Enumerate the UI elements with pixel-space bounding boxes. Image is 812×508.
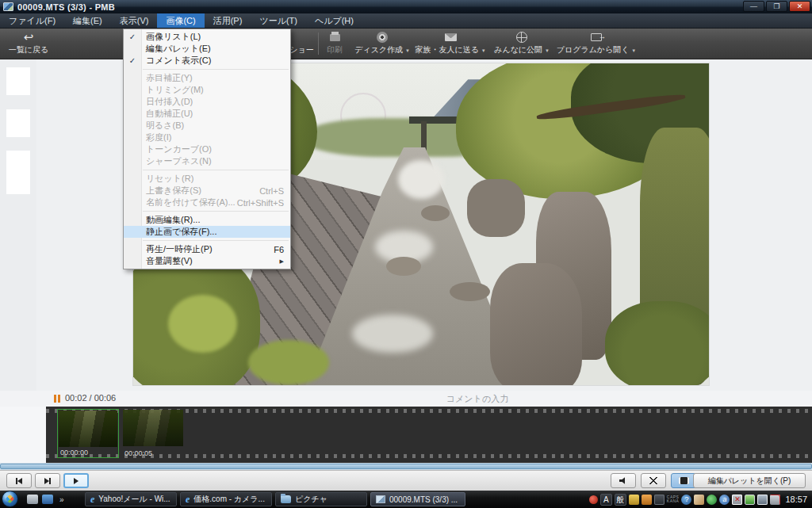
- disconnected-tray-icon[interactable]: ✕: [732, 495, 742, 505]
- previous-frame-button[interactable]: [6, 473, 32, 488]
- image-list-thumbnail[interactable]: [6, 151, 30, 194]
- close-button[interactable]: ✕: [789, 1, 810, 12]
- menu-view[interactable]: 表示(V): [111, 13, 158, 28]
- timeline-clip-2[interactable]: 00:00:05: [122, 409, 184, 458]
- dropdown-caret-icon: ▼: [481, 48, 486, 53]
- menu-tools[interactable]: ツール(T): [251, 13, 306, 28]
- prev-frame-icon: [17, 478, 22, 484]
- taskbar-button-yahoo-mail[interactable]: e Yahoo!メール - Wi...: [85, 492, 177, 506]
- publish-button[interactable]: みんなに公開 ▼: [488, 30, 555, 58]
- menu-shortcut: Ctrl+Shift+S: [237, 198, 284, 208]
- speaker-icon: [619, 477, 627, 485]
- network-status-tray-icon[interactable]: [707, 495, 717, 505]
- print-button[interactable]: 印刷: [322, 30, 347, 58]
- clip-timecode: 00:00:00: [60, 449, 88, 456]
- taskbar-button-pmb[interactable]: 00009.MTS (3/3) ...: [370, 492, 465, 506]
- menu-item-comment-display[interactable]: ✓ コメント表示(C): [124, 55, 290, 67]
- menu-item-trimming: トリミング(M): [124, 84, 290, 96]
- playback-controlbar: i 編集パレットを開く(P): [0, 470, 812, 491]
- menu-item-play-pause[interactable]: 再生/一時停止(P) F6: [124, 243, 290, 255]
- menu-item-overwrite-save: 上書き保存(S) Ctrl+S: [124, 185, 290, 197]
- checkmark-icon: ✓: [124, 56, 141, 65]
- photo-shelter-post: [421, 121, 427, 151]
- comment-input[interactable]: コメントの入力: [143, 393, 812, 405]
- menu-separator: [143, 240, 289, 241]
- clip-thumbnail: [123, 410, 183, 446]
- scrollbar-thumb[interactable]: [0, 464, 812, 469]
- menu-help[interactable]: ヘルプ(H): [306, 13, 362, 28]
- image-list-rail: [0, 59, 36, 391]
- help-tray-icon[interactable]: ?: [681, 495, 691, 505]
- minimize-button[interactable]: —: [743, 1, 764, 12]
- back-to-list-button[interactable]: ↩ 一覧に戻る: [3, 30, 54, 58]
- timeline-scrollbar[interactable]: [0, 463, 812, 470]
- photo-tray-icon[interactable]: [694, 495, 704, 505]
- ime-conversion-mode[interactable]: 般: [615, 494, 626, 506]
- menu-edit[interactable]: 編集(E): [64, 13, 111, 28]
- restore-button[interactable]: ❐: [766, 1, 787, 12]
- taskbar-button-pictures[interactable]: ピクチャ: [275, 492, 367, 506]
- pause-indicator-icon: [54, 395, 60, 403]
- titlebar: 00009.MTS (3/3) - PMB — ❐ ✕: [0, 0, 812, 13]
- back-arrow-icon: ↩: [24, 30, 34, 44]
- menu-separator: [143, 170, 289, 170]
- start-button[interactable]: [2, 491, 18, 507]
- ime-pad-icon[interactable]: [654, 495, 665, 505]
- ime-input-mode[interactable]: A: [600, 494, 612, 506]
- alert-tray-icon[interactable]: [589, 495, 598, 504]
- menu-item-tone-curve: トーンカーブ(O): [124, 143, 290, 155]
- menu-separator: [143, 69, 289, 70]
- menu-item-edit-palette[interactable]: 編集パレット(E): [124, 43, 290, 55]
- comment-row: 00:02 / 00:06 コメントの入力: [0, 391, 812, 407]
- menu-item-image-list[interactable]: ✓ 画像リスト(L): [124, 31, 290, 43]
- image-list-thumbnail[interactable]: [6, 109, 30, 137]
- menu-use[interactable]: 活用(P): [205, 13, 251, 28]
- caps-kana-indicator: CAPS KANA: [667, 495, 680, 503]
- film-icon: [679, 477, 689, 484]
- volume-button[interactable]: [611, 473, 636, 488]
- ime-tools-icon[interactable]: [629, 495, 639, 505]
- checkmark-icon: ✓: [124, 32, 141, 41]
- quick-launch-chevron[interactable]: »: [59, 495, 64, 504]
- create-disc-button[interactable]: ディスク作成 ▼: [350, 30, 414, 58]
- windows-flag-icon: [6, 495, 14, 503]
- menu-item-brightness: 明るさ(B): [124, 120, 290, 132]
- menubar: ファイル(F) 編集(E) 表示(V) 画像(C) 活用(P) ツール(T) ヘ…: [0, 13, 812, 29]
- fullscreen-button[interactable]: [641, 473, 666, 488]
- filmstrip[interactable]: 00:00:00 00:00:05: [46, 407, 812, 463]
- window-title: 00009.MTS (3/3) - PMB: [17, 2, 115, 12]
- menu-item-video-edit[interactable]: 動画編集(R)...: [124, 214, 290, 226]
- photo-rapids: [398, 160, 444, 199]
- menu-file[interactable]: ファイル(F): [0, 13, 64, 28]
- taskbar-button-kakaku[interactable]: e 価格.com - カメラ...: [180, 492, 272, 506]
- play-button[interactable]: [63, 473, 89, 488]
- timeline-clip-1[interactable]: 00:00:00: [57, 409, 119, 458]
- playback-time: 00:02 / 00:06: [65, 393, 116, 403]
- menu-item-volume-adjust[interactable]: 音量調整(V) ▶: [124, 255, 290, 267]
- display-tray-icon[interactable]: [757, 495, 768, 505]
- ime-dictionary-icon[interactable]: [642, 495, 652, 505]
- quick-launch-desktop-icon[interactable]: [42, 495, 53, 504]
- quick-launch-switcher-icon[interactable]: [27, 495, 38, 504]
- dropdown-caret-icon: ▼: [631, 48, 636, 53]
- updater-tray-icon[interactable]: a: [719, 495, 730, 505]
- photo-bright-leaves: [248, 340, 329, 385]
- menu-image[interactable]: 画像(C): [157, 13, 204, 28]
- toolbar: ↩ 一覧に戻る スライドショー 印刷 ディスク作成 ▼ 家族・友人に送る ▼ み…: [0, 29, 812, 59]
- menu-shortcut: F6: [274, 245, 284, 254]
- folder-icon: [281, 495, 291, 503]
- menu-item-save-still-frame[interactable]: 静止画で保存(F)...: [124, 226, 290, 238]
- menu-item-redeye: 赤目補正(Y): [124, 72, 290, 84]
- open-edit-palette-button[interactable]: 編集パレットを開く(P): [693, 473, 806, 488]
- taskbar-clock[interactable]: 18:57: [785, 495, 807, 504]
- photo-boulder-mid: [467, 179, 525, 237]
- open-with-program-button[interactable]: プログラムから開く ▼: [555, 30, 638, 58]
- image-list-thumbnail[interactable]: [6, 67, 30, 95]
- battery-tray-icon[interactable]: [745, 495, 755, 505]
- volume-muted-tray-icon[interactable]: [770, 495, 780, 505]
- menu-item-save-as: 名前を付けて保存(A)... Ctrl+Shift+S: [124, 197, 290, 208]
- image-menu-dropdown: ✓ 画像リスト(L) 編集パレット(E) ✓ コメント表示(C) 赤目補正(Y)…: [123, 29, 291, 269]
- send-to-family-button[interactable]: 家族・友人に送る ▼: [412, 30, 488, 58]
- next-frame-button[interactable]: [35, 473, 60, 488]
- internet-explorer-icon: e: [90, 494, 94, 506]
